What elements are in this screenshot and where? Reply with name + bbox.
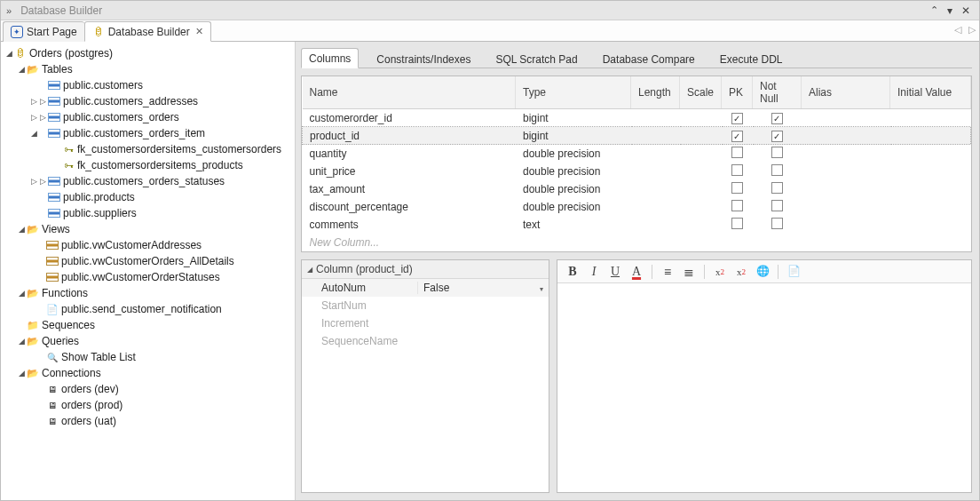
pk-checkbox[interactable] [731, 218, 743, 229]
cell-pk[interactable] [722, 216, 753, 234]
cell-type[interactable]: double precision [516, 198, 631, 216]
cell-type[interactable]: double precision [516, 145, 631, 163]
tab-prev-button[interactable]: ◁ [951, 20, 965, 41]
cell-type[interactable]: double precision [516, 180, 631, 198]
subtab-execute-ddl[interactable]: Execute DDL [713, 50, 790, 68]
cell-alias[interactable] [802, 198, 890, 216]
cell-alias[interactable] [802, 180, 890, 198]
cell-type[interactable]: double precision [516, 163, 631, 180]
col-type-header[interactable]: Type [516, 76, 631, 109]
new-column-row[interactable]: New Column... [303, 234, 971, 251]
tree-connection[interactable]: orders (prod) [1, 397, 295, 413]
cell-name[interactable]: customerorder_id [303, 109, 516, 127]
notnull-checkbox[interactable] [771, 218, 783, 229]
cell-notnull[interactable] [753, 145, 802, 163]
cell-name[interactable]: tax_amount [303, 180, 516, 198]
cell-name[interactable]: comments [303, 216, 516, 234]
cell-scale[interactable] [680, 145, 722, 163]
cell-length[interactable] [631, 127, 680, 145]
collapse-icon[interactable]: ◢ [307, 266, 312, 274]
props-header[interactable]: ◢ Column (product_id) [302, 260, 549, 279]
column-row[interactable]: customerorder_idbigint [303, 109, 971, 127]
object-tree[interactable]: ◢Orders (postgres) ◢Tables ▷▷public.cust… [1, 42, 296, 500]
cell-initial[interactable] [890, 198, 971, 216]
col-name-header[interactable]: Name [303, 76, 516, 109]
column-row[interactable]: product_idbigint [303, 127, 971, 145]
tree-root[interactable]: ◢Orders (postgres) [1, 45, 295, 61]
dropdown-icon[interactable]: ▾ [540, 285, 543, 293]
ordered-list-button[interactable]: ≣ [679, 263, 699, 281]
pk-checkbox[interactable] [731, 182, 743, 194]
new-column-hint[interactable]: New Column... [303, 234, 971, 251]
cell-pk[interactable] [722, 163, 753, 180]
underline-button[interactable]: U [605, 263, 625, 281]
tree-query[interactable]: Show Table List [1, 349, 295, 365]
tab-next-button[interactable]: ▷ [965, 20, 979, 41]
column-row[interactable]: commentstext [303, 216, 971, 234]
tree-view[interactable]: public.vwCustomerOrders_AllDetails [1, 253, 295, 269]
insert-note-button[interactable]: 📄 [784, 263, 803, 281]
subtab-constraints[interactable]: Constraints/Indexes [369, 50, 478, 68]
cell-notnull[interactable] [753, 216, 802, 234]
tree-table[interactable]: ◢▷public.customers_orders_item [1, 125, 295, 141]
font-color-button[interactable]: A [627, 263, 646, 281]
cell-scale[interactable] [680, 109, 722, 127]
superscript-button[interactable]: x2 [710, 263, 730, 281]
notnull-checkbox[interactable] [771, 164, 783, 176]
tab-start-page[interactable]: Start Page [3, 21, 84, 42]
cell-notnull[interactable] [753, 109, 802, 127]
unordered-list-button[interactable]: ≡ [658, 263, 677, 281]
pk-checkbox[interactable] [731, 164, 743, 176]
cell-alias[interactable] [802, 109, 890, 127]
subtab-columns[interactable]: Columns [301, 48, 359, 68]
tree-functions[interactable]: ◢Functions [1, 285, 295, 301]
cell-alias[interactable] [802, 216, 890, 234]
cell-initial[interactable] [890, 216, 971, 234]
col-alias-header[interactable]: Alias [802, 76, 890, 109]
column-row[interactable]: unit_pricedouble precision [303, 163, 971, 180]
cell-name[interactable]: discount_percentage [303, 198, 516, 216]
cell-pk[interactable] [722, 198, 753, 216]
close-window-button[interactable]: ✕ [958, 4, 974, 17]
cell-pk[interactable] [722, 145, 753, 163]
bold-button[interactable]: B [563, 263, 582, 281]
prop-autonum[interactable]: AutoNum False▾ [302, 279, 549, 297]
cell-length[interactable] [631, 216, 680, 234]
cell-scale[interactable] [680, 163, 722, 180]
tree-table[interactable]: ▷▷public.customers_orders [1, 109, 295, 125]
tree-table[interactable]: ▷▷public.customers [1, 77, 295, 93]
tree-connections[interactable]: ◢Connections [1, 365, 295, 381]
col-scale-header[interactable]: Scale [680, 76, 722, 109]
subscript-button[interactable]: x2 [731, 263, 751, 281]
close-tab-button[interactable]: ✕ [194, 26, 203, 37]
cell-notnull[interactable] [753, 198, 802, 216]
cell-initial[interactable] [890, 109, 971, 127]
prop-sequencename[interactable]: SequenceName [302, 332, 549, 350]
tree-table[interactable]: ▷▷public.customers_orders_statuses [1, 173, 295, 189]
cell-alias[interactable] [802, 163, 890, 180]
cell-notnull[interactable] [753, 127, 802, 145]
tree-tables[interactable]: ◢Tables [1, 61, 295, 77]
tree-queries[interactable]: ◢Queries [1, 333, 295, 349]
column-row[interactable]: discount_percentagedouble precision [303, 198, 971, 216]
tree-table[interactable]: ▷▷public.customers_addresses [1, 93, 295, 109]
cell-scale[interactable] [680, 198, 722, 216]
tree-view[interactable]: public.vwCustomerOrderStatuses [1, 269, 295, 285]
col-initial-header[interactable]: Initial Value [890, 76, 971, 109]
chevrons-icon[interactable]: » [6, 5, 12, 16]
notes-editor[interactable]: B I U A ≡ ≣ x2 x2 🌐 📄 [557, 259, 972, 493]
cell-length[interactable] [631, 198, 680, 216]
tree-fk[interactable]: fk_customersordersitems_customersorders [1, 141, 295, 157]
prop-startnum[interactable]: StartNum [302, 297, 549, 314]
hyperlink-button[interactable]: 🌐 [753, 263, 772, 281]
tree-table[interactable]: ▷▷public.suppliers [1, 205, 295, 221]
subtab-db-compare[interactable]: Database Compare [596, 50, 702, 68]
tab-database-builder[interactable]: Database Builder ✕ [84, 21, 211, 42]
subtab-sql-scratch[interactable]: SQL Scratch Pad [488, 50, 584, 68]
notnull-checkbox[interactable] [771, 182, 783, 194]
column-properties[interactable]: ◢ Column (product_id) AutoNum False▾ Sta… [301, 259, 549, 493]
prop-increment[interactable]: Increment [302, 314, 549, 332]
cell-type[interactable]: bigint [516, 127, 631, 145]
cell-alias[interactable] [802, 145, 890, 163]
tree-connection[interactable]: orders (dev) [1, 381, 295, 397]
